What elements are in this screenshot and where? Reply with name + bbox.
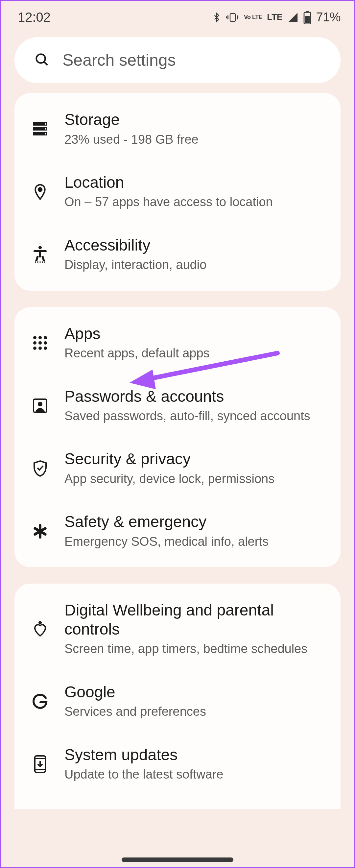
row-subtitle: On – 57 apps have access to location — [64, 194, 327, 210]
settings-item-passwords-accounts[interactable]: Passwords & accounts Saved passwords, au… — [14, 374, 341, 437]
svg-rect-19 — [39, 250, 41, 257]
svg-line-9 — [44, 62, 47, 65]
settings-item-security-privacy[interactable]: Security & privacy App security, device … — [14, 437, 341, 500]
svg-rect-20 — [35, 256, 39, 261]
status-bar: 12:02 Vo LTE LTE 71% — [1, 1, 354, 31]
settings-group-3: Digital Wellbeing and parental controls … — [14, 584, 341, 808]
row-title: Safety & emergency — [64, 512, 327, 531]
svg-rect-13 — [45, 123, 46, 125]
svg-point-17 — [38, 246, 42, 249]
svg-point-37 — [38, 402, 42, 406]
svg-point-25 — [42, 261, 43, 263]
search-bar[interactable]: Search settings — [14, 37, 341, 83]
battery-icon — [303, 11, 311, 24]
svg-point-23 — [37, 261, 38, 263]
settings-item-google[interactable]: Google Services and preferences — [14, 670, 341, 733]
row-subtitle: Emergency SOS, medical info, alerts — [64, 533, 327, 550]
search-container: Search settings — [1, 31, 354, 93]
svg-point-33 — [33, 346, 36, 350]
search-placeholder: Search settings — [62, 51, 176, 70]
row-title: Accessibility — [64, 236, 327, 255]
status-right: Vo LTE LTE 71% — [212, 10, 341, 24]
svg-point-24 — [39, 261, 41, 263]
settings-group-1: Storage 23% used - 198 GB free Location … — [14, 93, 341, 291]
accessibility-icon — [31, 245, 49, 264]
svg-point-29 — [44, 336, 47, 339]
svg-rect-4 — [239, 17, 239, 19]
settings-item-accessibility[interactable]: Accessibility Display, interaction, audi… — [14, 223, 341, 286]
lte-icon: LTE — [267, 12, 282, 22]
row-title: Passwords & accounts — [64, 387, 327, 406]
settings-item-location[interactable]: Location On – 57 apps have access to loc… — [14, 160, 341, 223]
row-title: Apps — [64, 324, 327, 343]
svg-point-34 — [38, 346, 42, 350]
asterisk-icon — [31, 522, 49, 540]
svg-point-28 — [38, 336, 42, 339]
svg-point-22 — [35, 261, 36, 263]
svg-point-8 — [36, 54, 45, 63]
settings-item-storage[interactable]: Storage 23% used - 198 GB free — [14, 98, 341, 160]
svg-rect-21 — [41, 256, 45, 261]
row-subtitle: Services and preferences — [64, 703, 327, 720]
row-subtitle: Recent apps, default apps — [64, 345, 327, 362]
volte-icon: Vo LTE — [244, 14, 262, 20]
row-subtitle: Display, interaction, audio — [64, 256, 327, 273]
signal-icon — [287, 12, 299, 23]
row-subtitle: Saved passwords, auto-fill, synced accou… — [64, 408, 327, 425]
row-title: Location — [64, 173, 327, 192]
settings-group-2: Apps Recent apps, default apps Passwords… — [14, 307, 341, 567]
settings-item-digital-wellbeing[interactable]: Digital Wellbeing and parental controls … — [14, 588, 341, 670]
status-time: 12:02 — [18, 10, 51, 25]
svg-point-16 — [38, 188, 42, 191]
svg-rect-7 — [305, 16, 310, 23]
settings-item-safety-emergency[interactable]: Safety & emergency Emergency SOS, medica… — [14, 500, 341, 563]
row-subtitle: Screen time, app timers, bedtime schedul… — [64, 641, 327, 657]
vibrate-icon — [226, 12, 239, 23]
wellbeing-icon — [31, 620, 49, 638]
svg-rect-3 — [226, 17, 227, 19]
svg-point-41 — [38, 621, 42, 624]
settings-item-system-updates[interactable]: System updates Update to the latest soft… — [14, 733, 341, 796]
svg-point-32 — [44, 341, 47, 345]
svg-point-30 — [33, 341, 36, 345]
svg-rect-15 — [45, 133, 46, 134]
system-update-icon — [31, 755, 49, 773]
row-title: Storage — [64, 110, 327, 129]
row-title: Google — [64, 683, 327, 702]
google-g-icon — [31, 692, 49, 711]
gesture-bar — [122, 858, 233, 862]
bluetooth-icon — [212, 10, 222, 24]
svg-point-35 — [44, 346, 47, 350]
search-icon — [34, 52, 49, 68]
row-subtitle: Update to the latest software — [64, 766, 327, 783]
location-icon — [31, 183, 49, 201]
svg-point-26 — [44, 261, 45, 263]
shield-check-icon — [31, 459, 49, 478]
row-title: System updates — [64, 745, 327, 765]
svg-rect-2 — [237, 16, 238, 20]
account-box-icon — [31, 397, 49, 415]
svg-point-31 — [38, 341, 42, 345]
row-subtitle: 23% used - 198 GB free — [64, 131, 327, 148]
battery-text: 71% — [316, 10, 341, 24]
svg-rect-1 — [227, 16, 228, 20]
apps-icon — [31, 334, 49, 352]
svg-point-27 — [33, 336, 36, 339]
settings-item-apps[interactable]: Apps Recent apps, default apps — [14, 312, 341, 374]
row-title: Digital Wellbeing and parental controls — [64, 601, 327, 639]
storage-icon — [31, 120, 49, 138]
row-subtitle: App security, device lock, permissions — [64, 470, 327, 487]
row-title: Security & privacy — [64, 450, 327, 468]
svg-rect-14 — [45, 128, 46, 129]
svg-rect-0 — [230, 13, 235, 21]
